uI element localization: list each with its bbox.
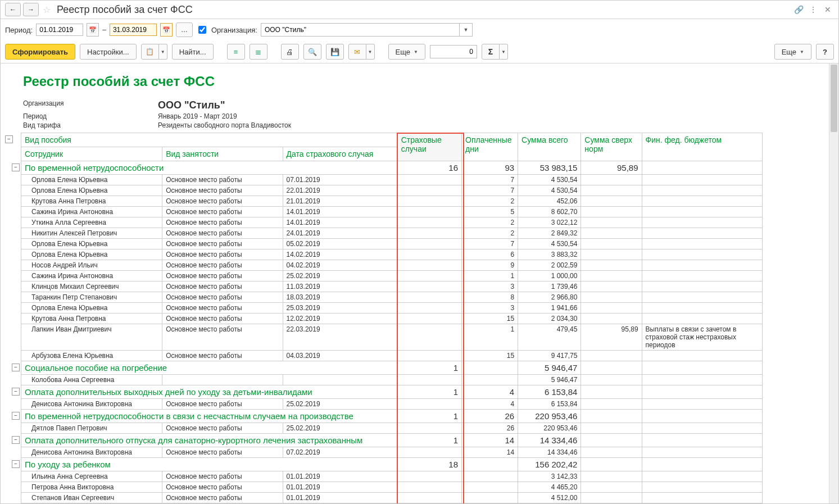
sum-value-input[interactable] — [430, 45, 477, 58]
group-row[interactable]: По временной нетрудоспособности в связи … — [21, 410, 763, 423]
table-row[interactable]: Таранкин Петр СтепановичОсновное место р… — [21, 292, 763, 303]
group-row[interactable]: По временной нетрудоспособности169353 98… — [21, 161, 763, 175]
sigma-dropdown[interactable]: ▼ — [500, 44, 508, 60]
table-row[interactable]: Орлова Елена ЮрьевнаОсновное место работ… — [21, 303, 763, 314]
table-row[interactable]: Клинцов Михаил СергеевичОсновное место р… — [21, 281, 763, 292]
group-collapse-button[interactable]: − — [12, 412, 20, 420]
table-row[interactable]: Орлова Елена ЮрьевнаОсновное место работ… — [21, 239, 763, 249]
date-from-input[interactable] — [36, 24, 83, 36]
table-row[interactable]: Денисова Антонина ВикторовнаОсновное мес… — [21, 447, 763, 458]
email-button[interactable] — [348, 44, 366, 60]
save-icon — [330, 48, 339, 56]
meta-key: Период — [23, 112, 158, 120]
variants-dropdown[interactable]: ▼ — [159, 44, 167, 60]
expand-groups-button[interactable] — [227, 44, 245, 60]
organization-input[interactable] — [261, 24, 459, 35]
table-row[interactable]: Никитин Алексей ПетровичОсновное место р… — [21, 228, 763, 239]
sigma-icon — [488, 47, 493, 56]
table-row[interactable]: Тихонова Марина ЮрьевнаОсновное место ра… — [21, 503, 763, 504]
kebab-menu-icon[interactable] — [807, 3, 819, 16]
toolbar: Сформировать Настройки... ▼ Найти... ▼ Е… — [1, 40, 838, 63]
date-to-input[interactable] — [110, 24, 157, 36]
find-button[interactable]: Найти... — [172, 44, 214, 60]
table-row[interactable]: Степанов Иван СергеевичОсновное место ра… — [21, 493, 763, 503]
more-right-button[interactable]: Еще▼ — [774, 44, 811, 60]
collapse-groups-button[interactable] — [250, 44, 267, 60]
organization-select[interactable]: ▼ — [261, 23, 473, 37]
clipboard-icon — [146, 47, 155, 56]
table-row[interactable]: Арбузова Елена ЮрьевнаОсновное место раб… — [21, 351, 763, 361]
table-row[interactable]: Колобова Анна Сергеевна5 946,47 — [21, 375, 763, 385]
close-icon[interactable] — [822, 3, 834, 16]
meta-value: Январь 2019 - Март 2019 — [158, 112, 833, 120]
period-picker-button[interactable]: … — [176, 22, 193, 37]
table-row[interactable]: Крутова Анна ПетровнаОсновное место рабо… — [21, 196, 763, 207]
favorite-star-icon[interactable]: ☆ — [41, 4, 52, 15]
help-button[interactable] — [816, 44, 834, 60]
group-row[interactable]: Оплата дополнительного отпуска для санат… — [21, 434, 763, 447]
meta-value: ООО "Стиль" — [158, 99, 833, 111]
table-row[interactable]: Орлова Елена ЮрьевнаОсновное место работ… — [21, 185, 763, 196]
collapse-all-button[interactable]: − — [5, 135, 13, 143]
more-button[interactable]: Еще▼ — [388, 44, 425, 60]
date-from-calendar-icon[interactable]: 📅 — [87, 23, 99, 37]
email-dropdown[interactable]: ▼ — [366, 44, 375, 60]
generate-button[interactable]: Сформировать — [5, 44, 75, 60]
table-row[interactable]: Денисова Антонина ВикторовнаОсновное мес… — [21, 399, 763, 410]
col-fin-budget[interactable]: Фин. фед. бюджетом — [642, 133, 762, 161]
col-employment[interactable]: Вид занятости — [162, 147, 283, 161]
table-row[interactable]: Орлова Елена ЮрьевнаОсновное место работ… — [21, 175, 763, 185]
meta-key: Организация — [23, 99, 158, 111]
col-over-norm[interactable]: Сумма сверх норм — [581, 133, 642, 161]
table-row[interactable]: Лапкин Иван ДмитриевичОсновное место раб… — [21, 324, 763, 351]
group-collapse-button[interactable]: − — [12, 460, 20, 468]
col-total[interactable]: Сумма всего — [518, 133, 581, 161]
table-row[interactable]: Крутова Анна ПетровнаОсновное место рабо… — [21, 314, 763, 324]
group-collapse-button[interactable]: − — [12, 364, 20, 371]
organization-dropdown-icon[interactable]: ▼ — [459, 24, 472, 36]
table-row[interactable]: Ильина Анна СергеевнаОсновное место рабо… — [21, 471, 763, 482]
col-case-date[interactable]: Дата страхового случая — [283, 147, 397, 161]
table-row[interactable]: Дятлов Павел ПетровичОсновное место рабо… — [21, 423, 763, 434]
group-collapse-button[interactable]: − — [12, 164, 20, 171]
table-row[interactable]: Сажина Ирина АнтоновнаОсновное место раб… — [21, 207, 763, 217]
titlebar: ← → ☆ Реестр пособий за счет ФСС — [1, 1, 838, 19]
nav-forward-button[interactable]: → — [23, 3, 39, 16]
mail-icon — [354, 48, 360, 56]
settings-button[interactable]: Настройки... — [80, 44, 137, 60]
print-icon — [286, 48, 293, 56]
group-collapse-button[interactable]: − — [12, 388, 20, 396]
report-meta: ОрганизацияООО "Стиль"ПериодЯнварь 2019 … — [23, 99, 833, 129]
nav-back-button[interactable]: ← — [5, 3, 21, 16]
filter-bar: Период: 📅 – 📅 … Организация: ▼ — [1, 19, 838, 40]
sigma-button[interactable] — [482, 44, 500, 60]
link-icon[interactable] — [792, 3, 805, 16]
table-row[interactable]: Уткина Алла СергеевнаОсновное место рабо… — [21, 217, 763, 228]
col-employee[interactable]: Сотрудник — [21, 147, 162, 161]
date-separator: – — [102, 26, 106, 34]
group-row[interactable]: По уходу за ребенком18156 202,42 — [21, 458, 763, 471]
meta-value: Резиденты свободного порта Владивосток — [158, 121, 833, 129]
table-row[interactable]: Петрова Анна ВикторовнаОсновное место ра… — [21, 482, 763, 493]
table-row[interactable]: Носов Андрей ИльичОсновное место работы0… — [21, 260, 763, 271]
group-row[interactable]: Социальное пособие на погребение15 946,4… — [21, 361, 763, 375]
col-benefit-type[interactable]: Вид пособия — [21, 133, 398, 147]
table-row[interactable]: Сажина Ирина АнтоновнаОсновное место раб… — [21, 271, 763, 281]
collapse-icon — [255, 48, 261, 56]
variants-button[interactable] — [141, 44, 159, 60]
print-button[interactable] — [281, 44, 299, 60]
period-label: Период: — [5, 26, 33, 34]
date-to-calendar-icon[interactable]: 📅 — [160, 23, 173, 37]
save-button[interactable] — [326, 44, 344, 60]
report-table: Вид пособия Страховые случаи Оплаченные … — [21, 133, 763, 503]
report-area: Реестр пособий за счет ФСС ОрганизацияОО… — [1, 63, 838, 503]
organization-label: Организация: — [211, 26, 257, 34]
table-row[interactable]: Орлова Елена ЮрьевнаОсновное место работ… — [21, 249, 763, 260]
col-insurance-cases[interactable]: Страховые случаи — [397, 133, 461, 161]
group-collapse-button[interactable]: − — [12, 436, 20, 444]
col-paid-days[interactable]: Оплаченные дни — [462, 133, 518, 161]
group-row[interactable]: Оплата дополнительных выходных дней по у… — [21, 385, 763, 399]
window-title: Реестр пособий за счет ФСС — [57, 4, 790, 16]
organization-checkbox[interactable] — [198, 26, 206, 34]
preview-button[interactable] — [303, 44, 321, 60]
